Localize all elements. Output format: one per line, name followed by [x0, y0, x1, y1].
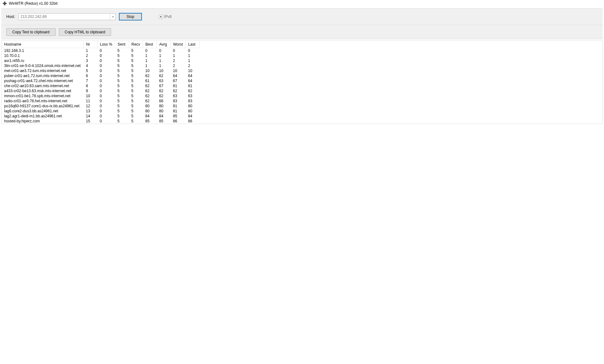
cell-nr: 10	[83, 93, 97, 98]
cell-last: 64	[186, 73, 199, 78]
cell-loss: 0	[97, 93, 115, 98]
cell-avrg: 1	[157, 63, 171, 68]
cell-last: 62	[186, 88, 199, 93]
table-row[interactable]: radio-cr01-ae3.78.hel.mts-internet.net11…	[2, 98, 199, 104]
cell-hostname: 192.168.3.1	[2, 48, 83, 53]
cell-sent: 5	[115, 88, 129, 93]
cell-hostname: 10.70.0.1	[2, 53, 83, 58]
table-row[interactable]: po16q60-h9137.core1-dus-ix.bb.as24961.ne…	[2, 104, 199, 109]
cell-last: 63	[186, 93, 199, 98]
cell-recv: 5	[129, 88, 143, 93]
cell-recv: 5	[129, 83, 143, 88]
results-table-container: Hostname Nr Loss % Sent Recv Best Avrg W…	[1, 41, 603, 124]
table-row[interactable]: 10.70.0.120551111	[2, 53, 199, 58]
checkbox-icon[interactable]: ■	[159, 15, 163, 19]
table-row[interactable]: lag2.agr1-dedi-m1.bb.as24961.net14055848…	[2, 114, 199, 119]
cell-hostname: hosted-by.hiperz.com	[2, 119, 83, 124]
cell-best: 62	[143, 93, 157, 98]
table-header-row: Hostname Nr Loss % Sent Recv Best Avrg W…	[2, 41, 199, 48]
host-combobox[interactable]: ▾	[18, 13, 116, 20]
cell-avrg: 84	[157, 114, 171, 119]
ipv6-label: IPv6	[164, 14, 172, 19]
cell-sent: 5	[115, 98, 129, 104]
cell-avrg: 80	[157, 109, 171, 114]
cell-worst: 81	[171, 104, 186, 109]
table-row[interactable]: che-cr02-ae10.63.sam.mts-internet.net805…	[2, 83, 199, 88]
cell-last: 80	[186, 104, 199, 109]
cell-recv: 5	[129, 78, 143, 83]
table-row[interactable]: a433-cr02-be13.63.msk.mts-internet.net90…	[2, 88, 199, 93]
col-sent[interactable]: Sent	[115, 41, 129, 48]
col-hostname[interactable]: Hostname	[2, 41, 83, 48]
host-input[interactable]	[19, 14, 110, 20]
cell-sent: 5	[115, 109, 129, 114]
cell-recv: 5	[129, 68, 143, 73]
cell-last: 81	[186, 83, 199, 88]
cell-best: 80	[143, 109, 157, 114]
cell-best: 0	[143, 48, 157, 53]
cell-sent: 5	[115, 114, 129, 119]
table-row[interactable]: asr1.nt55.ru30551121	[2, 58, 199, 63]
col-avrg[interactable]: Avrg	[157, 41, 171, 48]
cell-avrg: 80	[157, 104, 171, 109]
cell-recv: 5	[129, 114, 143, 119]
cell-loss: 0	[97, 58, 115, 63]
copy-html-button[interactable]: Copy HTML to clipboard	[59, 28, 111, 36]
cell-worst: 0	[171, 48, 186, 53]
copy-text-button[interactable]: Copy Text to clipboard	[6, 28, 56, 36]
cell-loss: 0	[97, 98, 115, 104]
cell-sent: 5	[115, 63, 129, 68]
cell-nr: 6	[83, 73, 97, 78]
chevron-down-icon[interactable]: ▾	[110, 14, 115, 20]
cell-hostname: lag6.core2-dus3.bb.as24961.net	[2, 109, 83, 114]
cell-last: 80	[186, 109, 199, 114]
cell-hostname: psshag-cr01-ae4.72.chel.mts-internet.net	[2, 78, 83, 83]
cell-sent: 5	[115, 68, 129, 73]
cell-loss: 0	[97, 119, 115, 124]
cell-last: 83	[186, 98, 199, 104]
col-best[interactable]: Best	[143, 41, 157, 48]
cell-best: 62	[143, 73, 157, 78]
cell-last: 10	[186, 68, 199, 73]
table-row[interactable]: 192.168.3.110550000	[2, 48, 199, 53]
cell-worst: 64	[171, 73, 186, 78]
cell-best: 62	[143, 98, 157, 104]
second-toolbar: Copy Text to clipboard Copy HTML to clip…	[1, 25, 603, 39]
table-row[interactable]: 3lin-cr01-xe-5-0-4.1024.omsk.mts-interne…	[2, 63, 199, 68]
cell-recv: 5	[129, 104, 143, 109]
cell-worst: 83	[171, 98, 186, 104]
cell-hostname: radio-cr01-ae3.78.hel.mts-internet.net	[2, 98, 83, 104]
col-loss[interactable]: Loss %	[97, 41, 115, 48]
ipv6-checkbox[interactable]: ■ IPv6	[159, 14, 172, 19]
results-table: Hostname Nr Loss % Sent Recv Best Avrg W…	[2, 41, 199, 124]
cell-loss: 0	[97, 48, 115, 53]
cell-avrg: 66	[157, 98, 171, 104]
cell-sent: 5	[115, 119, 129, 124]
cell-hostname: 3lin-cr01-xe-5-0-4.1024.omsk.mts-interne…	[2, 63, 83, 68]
table-row[interactable]: psber-cr01-ae1.72.tum.mts-internet.net60…	[2, 73, 199, 78]
cell-nr: 13	[83, 109, 97, 114]
stop-button[interactable]: Stop	[119, 13, 142, 20]
col-worst[interactable]: Worst	[171, 41, 186, 48]
cell-recv: 5	[129, 73, 143, 78]
table-row[interactable]: lag6.core2-dus3.bb.as24961.net1305580808…	[2, 109, 199, 114]
col-recv[interactable]: Recv	[129, 41, 143, 48]
cell-sent: 5	[115, 93, 129, 98]
cell-hostname: psber-cr01-ae1.72.tum.mts-internet.net	[2, 73, 83, 78]
cell-recv: 5	[129, 98, 143, 104]
cell-worst: 10	[171, 68, 186, 73]
table-row[interactable]: hosted-by.hiperz.com1505585858686	[2, 119, 199, 124]
table-row[interactable]: mmon-cr01-be1.78.spb.mts-internet.net100…	[2, 93, 199, 98]
cell-avrg: 10	[157, 68, 171, 73]
cell-sent: 5	[115, 73, 129, 78]
cell-worst: 62	[171, 88, 186, 93]
cell-avrg: 62	[157, 93, 171, 98]
col-nr[interactable]: Nr	[83, 41, 97, 48]
table-row[interactable]: psshag-cr01-ae4.72.chel.mts-internet.net…	[2, 78, 199, 83]
cell-last: 1	[186, 53, 199, 58]
table-row[interactable]: mel-cr01-ae3.72.tum.mts-internet.net5055…	[2, 68, 199, 73]
cell-nr: 2	[83, 53, 97, 58]
cell-best: 62	[143, 83, 157, 88]
cell-loss: 0	[97, 68, 115, 73]
col-last[interactable]: Last	[186, 41, 199, 48]
